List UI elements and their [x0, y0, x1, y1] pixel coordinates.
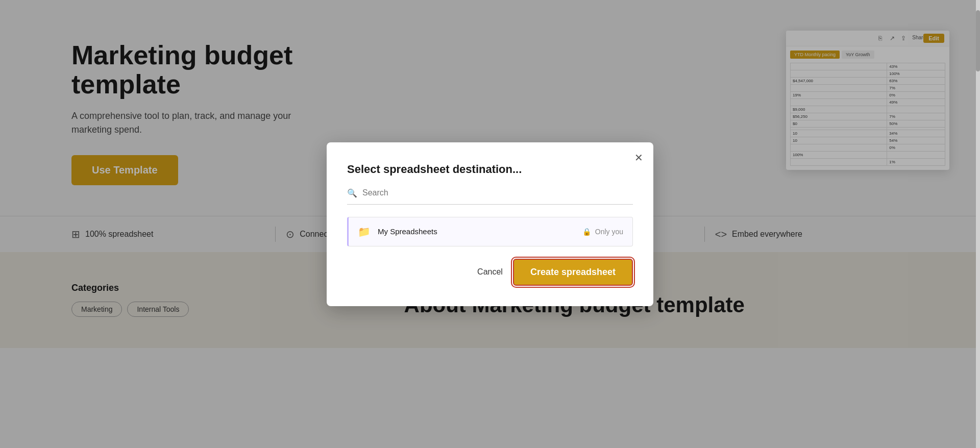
- search-container: 🔍: [347, 188, 633, 205]
- destination-name: My Spreadsheets: [378, 227, 437, 236]
- modal-title: Select spreadsheet destination...: [347, 163, 633, 176]
- folder-icon: 📁: [358, 226, 371, 238]
- create-spreadsheet-button[interactable]: Create spreadsheet: [513, 259, 633, 286]
- destination-left: 📁 My Spreadsheets: [358, 226, 437, 238]
- scrollbar[interactable]: [976, 0, 980, 448]
- cancel-button[interactable]: Cancel: [477, 267, 503, 277]
- destination-right: 🔒 Only you: [582, 228, 623, 236]
- search-icon: 🔍: [347, 188, 357, 198]
- search-input[interactable]: [362, 188, 633, 197]
- scrollbar-thumb[interactable]: [976, 10, 980, 71]
- lock-icon: 🔒: [582, 228, 591, 236]
- modal: ✕ Select spreadsheet destination... 🔍 📁 …: [327, 142, 653, 306]
- destination-access: Only you: [595, 228, 623, 236]
- destination-item[interactable]: 📁 My Spreadsheets 🔒 Only you: [347, 217, 633, 246]
- modal-footer: Cancel Create spreadsheet: [347, 259, 633, 286]
- modal-overlay[interactable]: ✕ Select spreadsheet destination... 🔍 📁 …: [0, 0, 980, 448]
- modal-close-button[interactable]: ✕: [634, 153, 643, 163]
